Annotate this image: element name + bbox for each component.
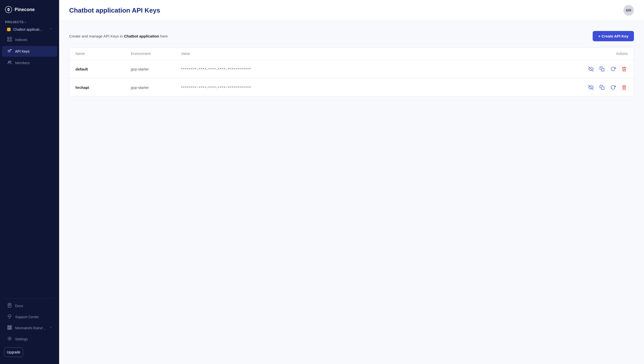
col-header-name: Name [75,52,131,56]
svg-point-6 [8,50,10,52]
sidebar-item-members[interactable]: Members [2,58,57,68]
sidebar-item-indexes[interactable]: Indexes [2,34,57,45]
trash-icon [622,85,627,90]
svg-rect-13 [8,327,9,328]
org-label: Meenakshi Raina'... [15,326,46,330]
svg-rect-3 [10,37,12,39]
eye-off-icon [588,66,593,71]
svg-rect-15 [11,327,12,328]
table-row: default gcp-starter ********-****-****-*… [69,60,634,78]
upgrade-button[interactable]: Upgrade [4,347,23,357]
svg-point-7 [8,61,10,62]
row-1-name: default [75,67,131,71]
row-1-regenerate-button[interactable] [610,65,617,72]
row-1-value: ********-****-****-****-************ [181,67,577,71]
row-1-toggle-visibility-button[interactable] [587,65,594,72]
row-2-copy-button[interactable] [598,84,606,91]
members-icon [7,60,12,66]
page-title: Chatbot application API Keys [69,7,160,14]
svg-rect-11 [9,325,10,327]
svg-rect-23 [601,87,604,90]
copy-icon [599,66,605,71]
sidebar-divider [4,298,55,299]
svg-rect-17 [9,329,10,330]
project-name: Chatbot applicati... [13,27,47,31]
content-description: Create and manage API Keys in Chatbot ap… [69,34,168,38]
row-1-delete-button[interactable] [621,65,628,72]
svg-rect-18 [11,329,12,330]
logo-text: Pinecone [15,7,35,12]
refresh-icon [611,85,616,90]
row-2-environment: gcp-starter [131,85,181,90]
create-api-key-button[interactable]: + Create API Key [593,31,634,41]
trash-icon [622,66,627,71]
refresh-icon [611,66,616,71]
indexes-label: Indexes [15,38,27,42]
row-2-delete-button[interactable] [621,84,628,91]
row-2-value: ********-****-****-****-************ [181,85,577,90]
page-header: Chatbot application API Keys MR [59,0,644,21]
sidebar-item-settings[interactable]: Settings [2,334,57,344]
svg-point-19 [9,338,10,339]
svg-rect-21 [601,68,604,71]
api-keys-table: Name Environment Value Actions default g… [69,47,634,97]
svg-point-8 [10,61,11,62]
sidebar-item-support[interactable]: Support Center [2,312,57,322]
row-2-toggle-visibility-button[interactable] [587,84,594,91]
eye-off-icon [588,85,593,90]
org-chevron-icon: ⌃ [50,326,52,330]
content-header: Create and manage API Keys in Chatbot ap… [69,31,634,41]
project-color-indicator [7,28,11,31]
svg-rect-2 [8,37,9,39]
col-header-actions: Actions [577,52,628,56]
project-item[interactable]: Chatbot applicati... ⌃ [2,25,57,34]
sidebar-item-docs[interactable]: Docs [2,301,57,311]
row-2-actions [577,84,628,91]
settings-icon [7,336,12,342]
table-row: hrchapi gcp-starter ********-****-****-*… [69,78,634,96]
row-1-copy-button[interactable] [598,65,606,72]
row-1-environment: gcp-starter [131,67,181,71]
svg-rect-10 [8,325,9,327]
api-keys-icon [7,49,12,54]
row-1-actions [577,65,628,72]
row-2-regenerate-button[interactable] [610,84,617,91]
support-label: Support Center [15,315,39,319]
docs-label: Docs [15,304,23,308]
indexes-icon [7,37,12,43]
sidebar: Pinecone PROJECTS › Chatbot applicati...… [0,0,59,364]
sidebar-item-api-keys[interactable]: API Keys [2,46,57,57]
settings-label: Settings [15,337,28,341]
avatar[interactable]: MR [623,5,634,16]
docs-icon [7,303,12,309]
svg-rect-12 [11,325,12,327]
svg-rect-16 [8,329,9,330]
col-header-value: Value [181,52,577,56]
members-label: Members [15,61,30,65]
svg-rect-5 [10,40,12,41]
svg-rect-9 [8,303,11,307]
svg-rect-14 [9,327,10,328]
svg-point-1 [8,9,9,10]
svg-rect-4 [8,40,9,41]
content-area: Create and manage API Keys in Chatbot ap… [59,21,644,364]
projects-label[interactable]: PROJECTS › [0,18,59,25]
table-header: Name Environment Value Actions [69,48,634,60]
sidebar-item-org[interactable]: Meenakshi Raina'... ⌃ [2,323,57,333]
project-chevron-icon: ⌃ [50,28,52,31]
api-keys-label: API Keys [15,49,30,53]
main-content: Chatbot application API Keys MR Create a… [59,0,644,364]
copy-icon [599,85,605,90]
logo[interactable]: Pinecone [0,0,59,18]
org-icon [7,325,12,331]
col-header-environment: Environment [131,52,181,56]
pinecone-logo-icon [5,6,12,13]
support-icon [7,314,12,320]
row-2-name: hrchapi [75,85,131,90]
